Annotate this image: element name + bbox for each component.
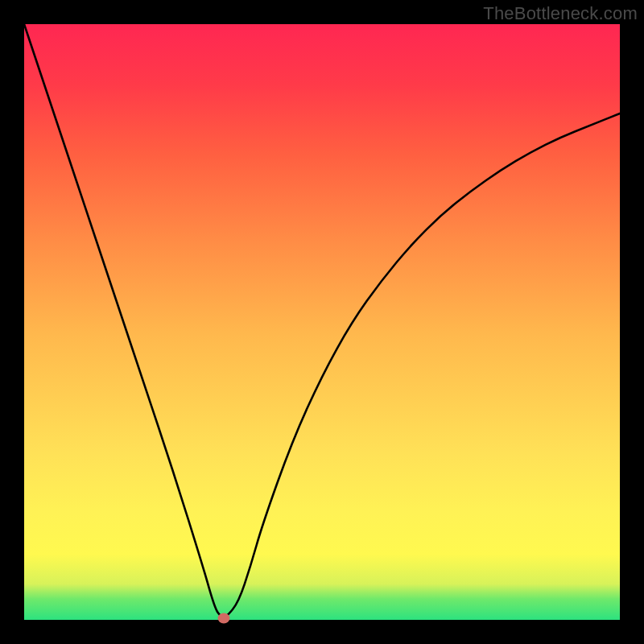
bottleneck-curve [24,24,620,617]
minimum-marker [217,613,229,623]
plot-area [24,24,620,620]
chart-container: TheBottleneck.com [0,0,644,644]
watermark-text: TheBottleneck.com [483,3,638,24]
curve-svg [24,24,620,620]
